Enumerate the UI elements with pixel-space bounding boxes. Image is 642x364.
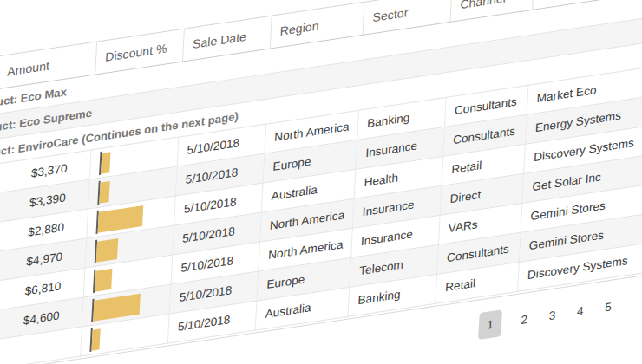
discount-bar: [96, 238, 118, 263]
discount-bar: [98, 205, 144, 233]
pager: 12345: [478, 293, 614, 340]
discount-bar: [95, 268, 112, 291]
discount-bar: [91, 328, 100, 350]
pager-page-4[interactable]: 4: [574, 297, 586, 325]
discount-bar: [93, 293, 141, 321]
discount-bar: [99, 180, 109, 203]
pager-page-1[interactable]: 1: [478, 309, 502, 340]
pager-page-5[interactable]: 5: [602, 294, 614, 322]
tilted-grid-container: AmountDiscount %Sale DateRegionSectorCha…: [0, 0, 642, 364]
pager-page-3[interactable]: 3: [547, 302, 559, 329]
pager-page-2[interactable]: 2: [519, 306, 531, 334]
page: AmountDiscount %Sale DateRegionSectorCha…: [0, 0, 642, 364]
discount-bar: [101, 152, 110, 173]
